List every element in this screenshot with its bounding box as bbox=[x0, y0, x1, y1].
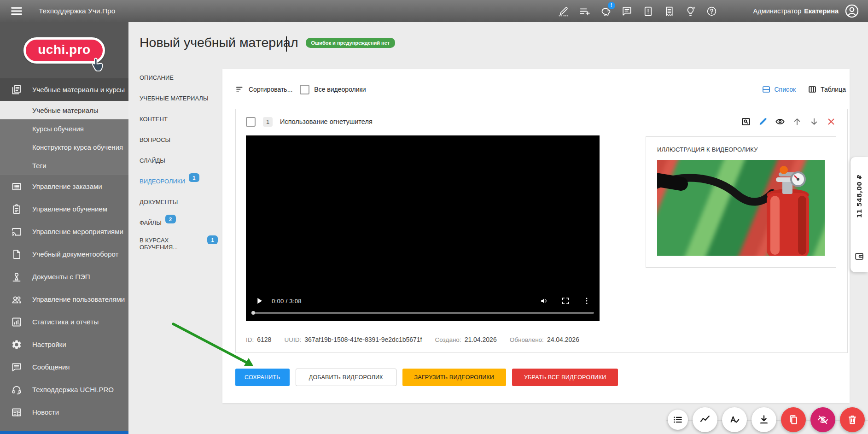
sidebar-item-settings[interactable]: Настройки bbox=[0, 333, 128, 356]
illustration-image[interactable] bbox=[657, 160, 825, 256]
tab-questions[interactable]: ВОПРОСЫ bbox=[140, 129, 218, 150]
all-videos-label: Все видеоролики bbox=[314, 86, 366, 93]
activity-fab[interactable] bbox=[693, 407, 717, 432]
page-head: Новый учебный материал Ошибок и предупре… bbox=[140, 35, 395, 50]
sidebar-item-label: Управление заказами bbox=[32, 182, 102, 190]
table-view-label: Таблица bbox=[821, 86, 846, 93]
remove-all-videos-button[interactable]: УБРАТЬ ВСЕ ВИДЕОРОЛИКИ bbox=[512, 369, 618, 386]
sidebar-item-training-materials[interactable]: Учебные материалы bbox=[0, 101, 128, 119]
sidebar-item-statistics-reports[interactable]: Статистика и отчёты bbox=[0, 311, 128, 333]
video-player[interactable]: 0:00 / 3:08 bbox=[246, 135, 600, 321]
sidebar-item-label: Управление пользователями bbox=[32, 295, 125, 303]
video-checkbox[interactable] bbox=[246, 117, 256, 127]
meta-created-value: 21.04.2026 bbox=[465, 336, 497, 343]
menu-toggle-button[interactable] bbox=[10, 5, 23, 18]
all-videos-checkbox[interactable] bbox=[300, 85, 309, 94]
download-fab[interactable] bbox=[751, 407, 776, 432]
list-view-button[interactable]: Список bbox=[762, 85, 796, 94]
idea-icon[interactable] bbox=[685, 6, 696, 17]
sidebar-item-label: Теги bbox=[32, 162, 47, 170]
video-item-actions bbox=[741, 117, 836, 127]
more-options-button[interactable] bbox=[582, 296, 591, 305]
sidebar-item-training-materials-and-courses[interactable]: Учебные материалы и курсы bbox=[0, 78, 128, 101]
tab-training-materials[interactable]: УЧЕБНЫЕ МАТЕРИАЛЫ bbox=[140, 88, 218, 109]
move-down-button[interactable] bbox=[809, 117, 819, 127]
logo[interactable]: uchi.pro bbox=[0, 22, 128, 78]
hide-fab[interactable] bbox=[810, 407, 835, 432]
piggy-bank-icon[interactable]: ! bbox=[600, 6, 612, 17]
illustration-label: ИЛЛЮСТРАЦИЯ К ВИДЕОРОЛИКУ bbox=[657, 146, 836, 153]
play-button[interactable] bbox=[254, 296, 264, 306]
meta-created-label: Создано: bbox=[435, 336, 461, 343]
video-progress-bar[interactable] bbox=[251, 312, 594, 314]
remove-video-button[interactable] bbox=[826, 117, 836, 127]
tab-videos[interactable]: ВИДЕОРОЛИКИ1 bbox=[140, 171, 218, 192]
list-fab[interactable] bbox=[668, 410, 688, 430]
edit-video-button[interactable] bbox=[758, 117, 768, 127]
copy-fab[interactable] bbox=[781, 407, 806, 432]
video-meta: ID:6128 UUID:367af19b-1508-41fe-8391-9e2… bbox=[246, 336, 579, 343]
sidebar-item-course-constructor[interactable]: Конструктор курса обучения bbox=[0, 138, 128, 156]
avatar-icon[interactable] bbox=[844, 3, 860, 19]
tab-slides[interactable]: СЛАЙДЫ bbox=[140, 150, 218, 171]
page-title-text: Новый учебный материал bbox=[140, 35, 298, 50]
help-icon[interactable] bbox=[706, 6, 717, 17]
save-button[interactable]: СОХРАНИТЬ bbox=[235, 369, 290, 386]
sidebar-item-support-uchipro[interactable]: Техподдержка UCHI.PRO bbox=[0, 378, 128, 401]
sidebar-item-label: Техподдержка UCHI.PRO bbox=[32, 386, 114, 393]
clipboard-alert-icon[interactable] bbox=[642, 6, 654, 17]
tab-files[interactable]: ФАЙЛЫ2 bbox=[140, 212, 218, 233]
tab-documents[interactable]: ДОКУМЕНТЫ bbox=[140, 192, 218, 212]
move-up-button[interactable] bbox=[792, 117, 802, 127]
playlist-add-icon[interactable] bbox=[579, 6, 590, 17]
sidebar-item-training-document-flow[interactable]: Учебный документооборот bbox=[0, 243, 128, 265]
tab-description[interactable]: ОПИСАНИЕ bbox=[140, 67, 218, 88]
sidebar-item-order-management[interactable]: Управление заказами bbox=[0, 175, 128, 198]
pep-icon bbox=[11, 271, 22, 282]
section-tabs: ОПИСАНИЕУЧЕБНЫЕ МАТЕРИАЛЫКОНТЕНТВОПРОСЫС… bbox=[140, 67, 218, 254]
tab-content[interactable]: КОНТЕНТ bbox=[140, 109, 218, 129]
page-title[interactable]: Новый учебный материал bbox=[140, 35, 298, 50]
sidebar-item-label: Учебные материалы и курсы bbox=[32, 86, 125, 94]
sidebar-item-messages[interactable]: Сообщения bbox=[0, 356, 128, 378]
sidebar-item-event-management[interactable]: Управление мероприятиями bbox=[0, 220, 128, 243]
hand-cursor-icon bbox=[90, 57, 105, 73]
signature-icon[interactable] bbox=[558, 6, 569, 17]
cart-drawer[interactable]: 11 548,00 ₽ bbox=[851, 157, 868, 272]
topbar-title: Техподдержка Учи.Про bbox=[39, 7, 115, 15]
visibility-video-button[interactable] bbox=[775, 117, 785, 127]
sidebar-item-label: Управление обучением bbox=[32, 205, 107, 213]
tab-label: ВИДЕОРОЛИКИ bbox=[140, 178, 185, 185]
sidebar-item-label: Новости bbox=[32, 408, 59, 416]
sidebar-item-tags[interactable]: Теги bbox=[0, 156, 128, 175]
volume-button[interactable] bbox=[540, 296, 549, 305]
sidebar-item-training-courses[interactable]: Курсы обучения bbox=[0, 119, 128, 138]
fire-extinguisher-illustration bbox=[657, 160, 825, 256]
delete-fab[interactable] bbox=[840, 407, 865, 432]
chat-icon[interactable] bbox=[621, 6, 633, 17]
spellcheck-fab[interactable] bbox=[722, 407, 747, 432]
sort-control[interactable]: Сортировать... bbox=[235, 85, 292, 94]
sidebar-item-label: Курсы обучения bbox=[32, 125, 84, 133]
sidebar-item-user-management[interactable]: Управление пользователями bbox=[0, 288, 128, 311]
sidebar-item-pep-documents[interactable]: Документы с ПЭП bbox=[0, 265, 128, 288]
fullscreen-button[interactable] bbox=[561, 296, 570, 305]
sidebar-item-news[interactable]: Новости bbox=[0, 401, 128, 423]
progress-thumb[interactable] bbox=[251, 311, 255, 315]
support-icon bbox=[11, 384, 22, 395]
meta-id: ID:6128 bbox=[246, 336, 271, 343]
all-videos-filter[interactable]: Все видеоролики bbox=[300, 85, 366, 94]
user-menu[interactable]: Администратор Екатерина bbox=[753, 3, 860, 19]
wallet-icon bbox=[854, 251, 864, 261]
preview-video-button[interactable] bbox=[741, 117, 751, 127]
receipt-icon[interactable] bbox=[664, 6, 675, 17]
table-view-button[interactable]: Таблица bbox=[808, 85, 846, 94]
tab-in-courses[interactable]: В КУРСАХ ОБУЧЕНИЯ...1 bbox=[140, 233, 218, 254]
sidebar-item-training-management[interactable]: Управление обучением bbox=[0, 198, 128, 220]
tab-count-badge: 1 bbox=[189, 173, 199, 182]
add-video-button[interactable]: ДОБАВИТЬ ВИДЕОРОЛИК bbox=[296, 369, 396, 386]
status-badge: Ошибок и предупреждений нет bbox=[306, 38, 396, 48]
upload-videos-button[interactable]: ЗАГРУЗИТЬ ВИДЕОРОЛИКИ bbox=[402, 369, 506, 386]
events-icon bbox=[11, 226, 22, 237]
logo-pill[interactable]: uchi.pro bbox=[23, 37, 105, 64]
